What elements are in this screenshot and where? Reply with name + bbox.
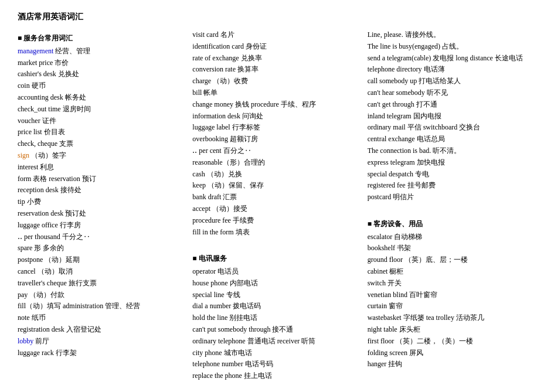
entry: luggage label 行李标签 — [192, 122, 361, 134]
entry: visit card 名片 — [192, 29, 361, 41]
entry: identification card 身份证 — [192, 41, 361, 53]
entry: express telegram 加快电报 — [368, 157, 536, 169]
entry: venetian blind 百叶窗帘 — [368, 289, 536, 301]
section-header-service: ■ 服务台常用词汇 — [18, 33, 186, 45]
entry: ordinary telephone 普通电话 receiver 听筒 — [192, 336, 361, 347]
column-3: Line, please. 请接外线。 The line is busy(eng… — [368, 29, 536, 382]
entry: operator 电话员 — [192, 266, 361, 278]
entry: hanger 挂钩 — [368, 359, 536, 370]
entry: note 纸币 — [18, 312, 186, 324]
entry: information desk 问询处 — [192, 111, 361, 122]
entry: folding screen 屏风 — [368, 347, 536, 359]
entry: cashier's desk 兑换处 — [18, 69, 186, 80]
entry: management 经营、管理 — [18, 46, 186, 57]
page-title: 酒店常用英语词汇 — [18, 12, 536, 22]
entry: hold the line 别挂电话 — [192, 312, 361, 324]
section-header-room: ■ 客房设备、用品 — [368, 219, 536, 230]
entry: bill 帐单 — [192, 87, 361, 99]
entry: check_out time 退房时间 — [18, 104, 186, 115]
entry: luggage rack 行李架 — [18, 347, 186, 359]
entry: bank draft 汇票 — [192, 192, 361, 203]
section-header-telecom: ■ 电讯服务 — [192, 253, 361, 265]
entry: bookshelf 书架 — [368, 243, 536, 254]
entry: reasonable（形）合理的 — [192, 157, 361, 169]
entry: house phone 内部电话 — [192, 278, 361, 289]
entry: ordinary mail 平信 switchboard 交换台 — [368, 122, 536, 134]
entry: can't put somebody through 接不通 — [192, 324, 361, 336]
entry: central exchange 电话总局 — [368, 134, 536, 145]
entry: registration desk 入宿登记处 — [18, 324, 186, 336]
entry: cancel （动）取消 — [18, 266, 186, 278]
entry: curtain 窗帘 — [368, 301, 536, 312]
entry: conversion rate 换算率 — [192, 64, 361, 76]
entry: traveller's cheque 旅行支票 — [18, 278, 186, 289]
entry: tip 小费 — [18, 196, 186, 208]
entry: overbooking 超额订房 — [192, 134, 361, 145]
entry: registered fee 挂号邮费 — [368, 180, 536, 192]
entry: spare 形 多余的 — [18, 243, 186, 254]
entry: first floor （英）二楼，（美）一楼 — [368, 336, 536, 347]
entry: ‥ per thousand 千分之‥ — [18, 231, 186, 243]
entry: lobby 前厅 — [18, 336, 186, 347]
entry: can't get through 打不通 — [368, 99, 536, 111]
entry: dial a number 拨电话码 — [192, 301, 361, 312]
entry: city phone 城市电话 — [192, 347, 361, 359]
entry: replace the phone 挂上电话 — [192, 370, 361, 382]
entry: change money 换钱 procedure 手续、程序 — [192, 99, 361, 111]
entry: ground floor （英）底、层；一楼 — [368, 254, 536, 266]
entry: pay （动）付款 — [18, 289, 186, 301]
entry: postcard 明信片 — [368, 192, 536, 203]
entry: The connection is bad. 听不清。 — [368, 145, 536, 157]
entry: sign （动）签字 — [18, 150, 186, 162]
entry: charge （动）收费 — [192, 76, 361, 87]
entry: ‥ per cent 百分之‥ — [192, 145, 361, 157]
entry: call somebody up 打电话给某人 — [368, 76, 536, 87]
entry: rate of exchange 兑换率 — [192, 53, 361, 64]
entry: telephone directory 电话薄 — [368, 64, 536, 76]
entry: cabinet 橱柜 — [368, 266, 536, 278]
entry: reservation desk 预订处 — [18, 208, 186, 220]
column-1: ■ 服务台常用词汇 management 经营、管理 market price … — [18, 29, 192, 382]
entry: form 表格 reservation 预订 — [18, 173, 186, 185]
entry: accounting desk 帐务处 — [18, 92, 186, 104]
entry: escalator 自动梯梯 — [368, 231, 536, 243]
entry: check, cheque 支票 — [18, 138, 186, 150]
entry: voucher 证件 — [18, 115, 186, 127]
entry: interest 利息 — [18, 162, 186, 173]
column-2: visit card 名片 identification card 身份证 ra… — [192, 29, 367, 382]
entry: luggage office 行李房 — [18, 220, 186, 231]
columns-wrapper: ■ 服务台常用词汇 management 经营、管理 market price … — [18, 29, 536, 382]
entry: telephone number 电话号码 — [192, 359, 361, 370]
entry: switch 开关 — [368, 278, 536, 289]
entry: Line, please. 请接外线。 — [368, 29, 536, 41]
entry: accept （动）接受 — [192, 203, 361, 215]
entry: postpone （动）延期 — [18, 254, 186, 266]
entry: market price 市价 — [18, 57, 186, 69]
entry: cash （动）兑换 — [192, 169, 361, 180]
entry: inland telegram 国内电报 — [368, 111, 536, 122]
entry: wastebasket 字纸篓 tea trolley 活动茶几 — [368, 312, 536, 324]
entry: special line 专线 — [192, 289, 361, 301]
entry: The line is busy(engaged) 占线。 — [368, 41, 536, 53]
entry: reception desk 接待处 — [18, 185, 186, 196]
entry: send a telegram(cable) 发电报 long distance… — [368, 53, 536, 64]
entry: night table 床头柜 — [368, 324, 536, 336]
entry: procedure fee 手续费 — [192, 215, 361, 227]
entry: fill（动）填写 administration 管理、经营 — [18, 301, 186, 312]
entry: price list 价目表 — [18, 127, 186, 138]
entry: keep （动）保留、保存 — [192, 180, 361, 192]
entry: fill in the form 填表 — [192, 227, 361, 238]
entry: can't hear somebody 听不见 — [368, 87, 536, 99]
entry: special despatch 专电 — [368, 169, 536, 180]
entry: coin 硬币 — [18, 80, 186, 92]
